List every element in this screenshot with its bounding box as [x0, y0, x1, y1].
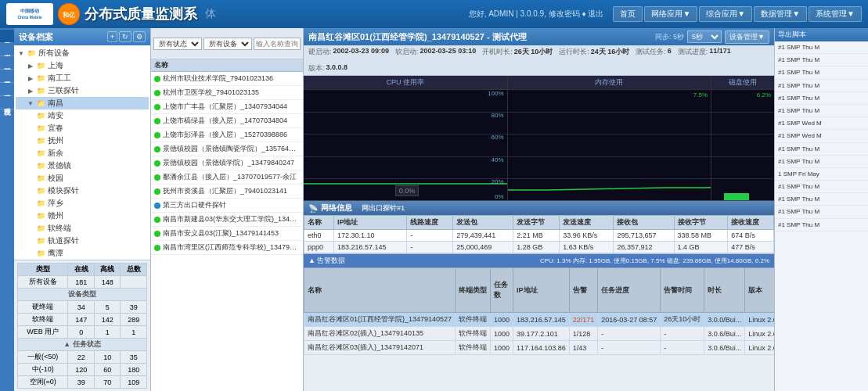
tree-toggle[interactable]: ▶ [27, 62, 34, 70]
tree-item-guidao[interactable]: 📁 轨道探针 [16, 235, 149, 247]
tree-item-jingan[interactable]: 📁 靖安 [16, 109, 149, 122]
net-col-speed: 线路速度 [407, 216, 453, 230]
tree-item-yingtan[interactable]: 📁 鹰潭 [16, 247, 149, 260]
alert-col-ip: IP地址 [513, 268, 570, 313]
disk-chart-label: 磁盘使用 [711, 76, 774, 90]
list-item[interactable]: 上饶市广丰县（汇聚层）_13407934044 [151, 100, 303, 114]
nav-data[interactable]: 数据管理▼ [754, 6, 807, 22]
network-section-label: 网络信息 [321, 203, 352, 213]
tree-item-ganzhou[interactable]: 📁 赣州 [16, 210, 149, 222]
stats-col-online: 在线 [68, 264, 95, 276]
tree-toggle[interactable]: ▼ [17, 49, 25, 57]
tree-item-yichun[interactable]: 📁 宜春 [16, 122, 149, 135]
alert-row[interactable]: 南昌红谷滩区02(插入)_13479140135 软件终端 1000 39.17… [304, 327, 775, 341]
alert-row[interactable]: 南昌红谷滩区01(江西经管学院)_13479140527 软件终端 1000 1… [304, 313, 775, 327]
alert-table-container: 名称 终端类型 任务数 IP地址 告警 任务进度 告警时间 时长 版本 操作系统 [304, 267, 774, 355]
stats-col-total: 总数 [121, 264, 147, 276]
nav-tab-quality[interactable]: 质量管理 [0, 83, 15, 96]
tree-item-root[interactable]: ▼ 📁 所有设备 [16, 47, 149, 59]
tree-toggle[interactable]: ▶ [27, 87, 34, 95]
nav-system[interactable]: 系统管理▼ [809, 6, 862, 22]
alert-section-header: ▲ 告警数据 CPU: 1.3% 内存: 1.95GB, 使用0.15GB, 7… [304, 254, 774, 267]
alert-row[interactable]: 南昌红谷滩区03(插入)_13479142071 软件终端 1000 117.1… [304, 341, 775, 355]
nav-home[interactable]: 首页 [613, 6, 643, 22]
tree-item-shanghai[interactable]: ▶ 📁 上海 [16, 59, 149, 72]
list-item[interactable]: 杭州市职业技术学院_79401023136 [151, 72, 303, 86]
tree-item-xiaoyuan[interactable]: 📁 校园 [16, 172, 149, 185]
folder-icon: 📁 [35, 136, 46, 145]
net-row-eth0[interactable]: eth0 172.30.1.10 - 279,439,441 2.21 MB 3… [304, 230, 774, 242]
svg-text:和亿: 和亿 [62, 12, 76, 19]
stats-row-web: WEB 用户 0 1 1 [18, 326, 147, 339]
list-item[interactable]: 南昌市湾里区(江西师范专科学校)_13479140 [151, 241, 303, 255]
mem-chart-body: 7.5% [508, 90, 711, 200]
net-col-sent-pkts: 发送包 [453, 216, 513, 230]
net-row-ppp0[interactable]: ppp0 183.216.57.145 - 25,000,469 1.28 GB… [304, 242, 774, 253]
refresh-interval-select[interactable]: 5秒 10秒 30秒 [687, 30, 722, 43]
device-search-input[interactable] [254, 38, 301, 50]
tree-item-xinyu[interactable]: 📁 新余 [16, 147, 149, 160]
alert-section: ▲ 告警数据 CPU: 1.3% 内存: 1.95GB, 使用0.15GB, 7… [304, 253, 774, 355]
device-filter[interactable]: 所有设备 [203, 38, 252, 50]
alert-cpu-info: CPU: 1.3% 内存: 1.95GB, 使用0.15GB, 7.5% 磁盘:… [540, 256, 769, 265]
nav-tab-tasks[interactable]: 重要模块 [0, 70, 15, 83]
alert-table: 名称 终端类型 任务数 IP地址 告警 任务进度 告警时间 时长 版本 操作系统 [304, 267, 774, 355]
right-item: #1 SMP Thu M [775, 143, 868, 156]
nav-comprehensive[interactable]: 综合应用▼ [699, 6, 752, 22]
network-section-icon: 📡 [308, 204, 318, 213]
list-item[interactable]: 南昌市安义县03(江聚)_13479141453 [151, 227, 303, 241]
nav-tab-devices[interactable]: 设备档案 [0, 30, 15, 43]
tree-item-modular[interactable]: 📁 模块探针 [16, 185, 149, 197]
detail-info-bar: 硬启动: 2002-03-23 09:09 软启动: 2002-03-25 03… [304, 45, 774, 76]
tree-item-fuzhou[interactable]: 📁 抚州 [16, 135, 149, 147]
mem-chart: 内存使用 7.5% [508, 76, 712, 200]
settings-tree-btn[interactable]: ⚙ [133, 31, 146, 42]
nav-tab-network[interactable]: 网络拓扑 [0, 56, 15, 70]
list-item[interactable]: 鄱潘余江县（接入层）_13707019577-余江 [151, 170, 303, 185]
cpu-chart-body: 0.0% 100% 80% 60% 40% 20% 0% [304, 90, 507, 200]
task-progress-info: 测试进度: 11/171 [678, 47, 731, 57]
device-manage-btn[interactable]: 设备管理▼ [725, 30, 769, 44]
detail-controls: 同步: 5秒 5秒 10秒 30秒 设备管理▼ [655, 30, 769, 44]
charts-area: CPU 使用率 0.0% 100% 80% 60% 40% [304, 76, 774, 201]
folder-icon: 📁 [35, 161, 46, 170]
refresh-tree-btn[interactable]: ↻ [119, 31, 131, 42]
grid-line [711, 134, 774, 135]
add-folder-btn[interactable]: + [107, 31, 117, 42]
cpu-chart-svg [304, 90, 507, 200]
list-item[interactable]: 抚州市资溪县（汇聚层）_79401023141 [151, 185, 303, 199]
tree-toggle[interactable]: ▼ [27, 99, 34, 107]
list-item[interactable]: 景德镇校园（景德镇陶瓷学院）_135764175 [151, 142, 303, 156]
folder-icon: 📁 [35, 149, 46, 158]
list-item[interactable]: 景德镇校园（景德镇学院）_13479840247 [151, 156, 303, 170]
tree-item-sanlian[interactable]: ▶ 📁 三联探针 [16, 84, 149, 97]
folder-icon: 📁 [35, 124, 46, 133]
tree-toggle [27, 249, 34, 257]
right-item: #1 SMP Thu M [775, 181, 868, 193]
stats-row-software: 软终端 147 142 289 [18, 314, 147, 326]
nav-tab-sys[interactable]: 系统管理 [0, 96, 15, 109]
tree-item-nangong[interactable]: ▶ 📁 南工工 [16, 72, 149, 84]
list-item[interactable]: 第三方出口硬件探针 [151, 199, 303, 213]
run-duration-info: 运行时长: 24天 16小时 [559, 47, 629, 57]
net-col-recv-rate: 接收速度 [728, 216, 774, 230]
tree-item-ruijin[interactable]: 📁 软终端 [16, 222, 149, 235]
tree-item-jdz[interactable]: 📁 景德镇 [16, 160, 149, 172]
list-item[interactable]: 上饶市彭泽县（接入层）_15270398886 [151, 128, 303, 142]
list-item[interactable]: 杭州市卫医学校_79401023135 [151, 86, 303, 100]
status-dot [154, 146, 160, 152]
status-filter[interactable]: 所有状态 [153, 38, 202, 50]
tree-toggle[interactable]: ▶ [27, 74, 34, 82]
panel-header-actions: + ↻ ⚙ [107, 31, 146, 42]
nav-network[interactable]: 网络应用▼ [644, 6, 697, 22]
list-item[interactable]: 南昌市新建县03(华东交大理工学院)_134791 [151, 213, 303, 227]
folder-icon: 📁 [35, 211, 46, 221]
tree-item-pingxiang[interactable]: 📁 萍乡 [16, 197, 149, 210]
network-section: 📡 网络信息 网出口探针#1 名称 IP地址 线路速度 发送包 发送字节 发送速… [304, 201, 774, 253]
list-item[interactable]: 上饶市槁绿县（接入层）_14707034804 [151, 114, 303, 128]
status-dot [154, 174, 160, 181]
tree-item-nanchang[interactable]: ▼ 📁 南昌 [16, 97, 149, 109]
nav-tab-system-users[interactable]: 系统用户 [0, 43, 15, 56]
right-item: #1 SMP Wed M [775, 117, 868, 130]
status-dot [154, 118, 160, 124]
